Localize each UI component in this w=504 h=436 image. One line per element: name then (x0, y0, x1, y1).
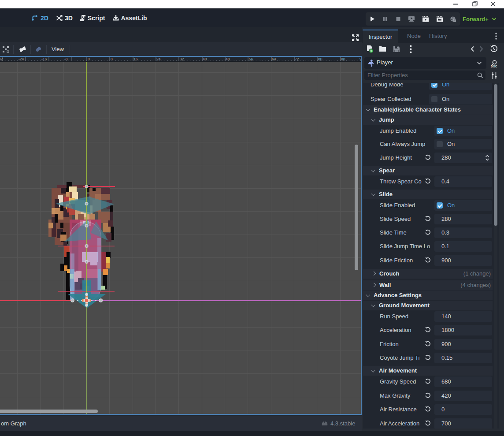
svg-text:DOC: DOC (491, 65, 497, 68)
